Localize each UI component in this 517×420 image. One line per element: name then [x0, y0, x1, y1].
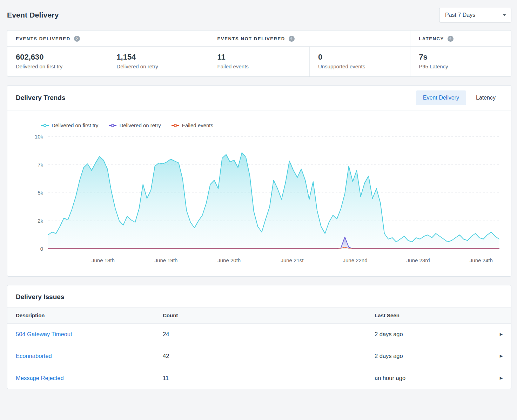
trends-tabs: Event Delivery Latency: [416, 90, 503, 105]
trends-title: Delivery Trends: [16, 94, 66, 102]
page-header: Event Delivery Past 7 Days: [7, 8, 511, 22]
svg-text:10k: 10k: [35, 134, 43, 140]
legend-label: Failed events: [182, 122, 213, 128]
chevron-right-icon[interactable]: ▶: [500, 376, 503, 380]
chevron-right-icon[interactable]: ▶: [500, 354, 503, 358]
svg-text:7k: 7k: [38, 162, 43, 168]
line-marker-icon: [109, 123, 116, 127]
table-row[interactable]: Econnaborted 42 2 days ago ▶: [7, 345, 511, 367]
stat-group-latency: LATENCY ? 7s P95 Latency: [410, 31, 511, 76]
issue-count: 24: [163, 331, 375, 338]
delivery-trends-chart[interactable]: 02k5k7k10kJune 18thJune 19thJune 20thJun…: [16, 133, 503, 269]
svg-text:June 24th: June 24th: [470, 257, 493, 263]
stat-group-header: EVENTS NOT DELIVERED ?: [209, 31, 410, 47]
column-header-last-seen: Last Seen: [375, 312, 491, 318]
svg-text:June 18th: June 18th: [92, 257, 115, 263]
issues-panel: Delivery Issues Description Count Last S…: [7, 285, 511, 389]
stat-group-events-not-delivered: EVENTS NOT DELIVERED ? 11 Failed events …: [209, 31, 410, 76]
line-marker-icon: [41, 123, 49, 127]
stat-value: 7s: [419, 53, 503, 62]
column-header-count: Count: [163, 312, 375, 318]
stat-unsupported-events: 0 Unsupported events: [309, 47, 410, 76]
chart-area: Delivered on first try Delivered on retr…: [7, 110, 511, 276]
stat-group-events-delivered: EVENTS DELIVERED ? 602,630 Delivered on …: [7, 31, 209, 76]
stats-panel: EVENTS DELIVERED ? 602,630 Delivered on …: [7, 30, 511, 77]
legend-label: Delivered on first try: [52, 122, 98, 128]
table-row[interactable]: Message Rejected 11 an hour ago ▶: [7, 367, 511, 389]
stat-failed-events: 11 Failed events: [209, 47, 309, 76]
issue-link[interactable]: Econnaborted: [16, 353, 163, 359]
svg-text:5k: 5k: [38, 190, 43, 196]
tab-latency[interactable]: Latency: [469, 90, 503, 105]
stat-label: Delivered on retry: [116, 63, 200, 69]
stat-value: 0: [318, 53, 402, 62]
stat-delivered-retry: 1,154 Delivered on retry: [108, 47, 208, 76]
time-range-value: Past 7 Days: [445, 12, 475, 18]
stat-label: Delivered on first try: [16, 63, 99, 69]
stat-group-header: EVENTS DELIVERED ?: [7, 31, 209, 47]
legend-item-failed: Failed events: [172, 122, 213, 128]
issue-last-seen: 2 days ago: [375, 331, 491, 338]
stat-group-title: EVENTS NOT DELIVERED: [217, 36, 285, 41]
trends-header: Delivery Trends Event Delivery Latency: [7, 86, 511, 110]
svg-text:June 23rd: June 23rd: [407, 257, 430, 263]
legend-item-retry: Delivered on retry: [109, 122, 161, 128]
stat-value: 602,630: [16, 53, 99, 62]
column-header-description: Description: [16, 312, 163, 318]
help-icon[interactable]: ?: [448, 36, 454, 42]
stat-group-header: LATENCY ?: [410, 31, 511, 47]
issue-link[interactable]: 504 Gateway Timeout: [16, 331, 163, 338]
time-range-dropdown[interactable]: Past 7 Days: [439, 8, 511, 22]
line-marker-icon: [172, 123, 179, 127]
stat-p95-latency: 7s P95 Latency: [410, 47, 511, 76]
stat-label: P95 Latency: [419, 63, 503, 69]
issue-last-seen: an hour ago: [375, 375, 491, 381]
stat-group-title: LATENCY: [419, 36, 444, 41]
table-row[interactable]: 504 Gateway Timeout 24 2 days ago ▶: [7, 324, 511, 345]
chevron-right-icon[interactable]: ▶: [500, 332, 503, 337]
stat-value: 1,154: [116, 53, 200, 62]
trends-panel: Delivery Trends Event Delivery Latency D…: [7, 85, 511, 277]
caret-down-icon: [503, 14, 506, 16]
legend-item-first-try: Delivered on first try: [41, 122, 98, 128]
help-icon[interactable]: ?: [289, 36, 295, 42]
svg-text:June 20th: June 20th: [217, 257, 241, 263]
svg-text:2k: 2k: [38, 218, 43, 224]
issue-link[interactable]: Message Rejected: [16, 375, 163, 381]
page-title: Event Delivery: [7, 11, 59, 19]
issue-count: 42: [163, 353, 375, 359]
issues-table-header: Description Count Last Seen: [7, 307, 511, 324]
event-delivery-page: Event Delivery Past 7 Days EVENTS DELIVE…: [7, 8, 511, 389]
stat-label: Failed events: [217, 63, 301, 69]
issue-last-seen: 2 days ago: [375, 353, 491, 359]
stat-delivered-first-try: 602,630 Delivered on first try: [7, 47, 108, 76]
chart-legend: Delivered on first try Delivered on retr…: [41, 122, 503, 128]
svg-text:0: 0: [40, 246, 43, 252]
issues-title: Delivery Issues: [7, 285, 511, 307]
help-icon[interactable]: ?: [74, 36, 80, 42]
issue-count: 11: [163, 375, 375, 381]
tab-event-delivery[interactable]: Event Delivery: [416, 90, 466, 105]
svg-text:June 21st: June 21st: [281, 257, 304, 263]
svg-text:June 22nd: June 22nd: [343, 257, 367, 263]
svg-text:June 19th: June 19th: [155, 257, 178, 263]
stat-group-title: EVENTS DELIVERED: [16, 36, 70, 41]
legend-label: Delivered on retry: [119, 122, 161, 128]
stat-value: 11: [217, 53, 301, 62]
stat-label: Unsupported events: [318, 63, 402, 69]
